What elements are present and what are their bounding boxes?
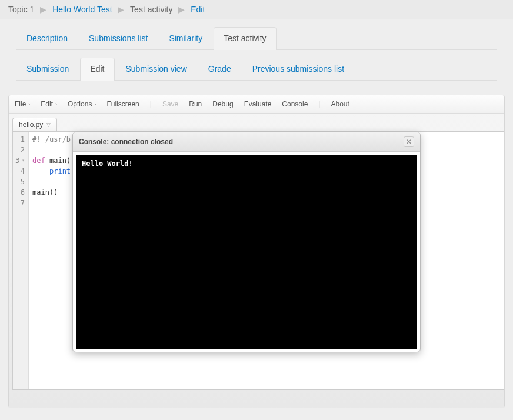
primary-tabs: Description Submissions list Similarity … [8,19,505,50]
toolbar-separator: | [150,100,152,108]
toolbar-about[interactable]: About [331,100,349,108]
subtab-edit[interactable]: Edit [80,58,114,81]
file-tab[interactable]: hello.py ▽ [12,118,57,131]
subtab-submission[interactable]: Submission [16,58,79,81]
console-title-text: Console: connection closed [79,138,173,146]
triangle-down-icon[interactable]: ▽ [46,122,51,128]
console-titlebar[interactable]: Console: connection closed ✕ [73,132,420,152]
toolbar-fullscreen[interactable]: Fullscreen [106,100,139,108]
console-output[interactable]: Hello World! [76,155,417,349]
breadcrumb-separator-icon: ▶ [40,5,46,14]
toolbar-debug[interactable]: Debug [212,100,233,108]
subtab-submission-view[interactable]: Submission view [116,58,197,81]
tab-similarity[interactable]: Similarity [159,27,212,50]
toolbar-save: Save [162,100,178,108]
editor-toolbar: File› Edit› Options› Fullscreen | Save R… [9,95,504,114]
code-body[interactable]: #! /usr/b def main( print main() [29,132,74,389]
toolbar-edit[interactable]: Edit› [41,100,57,108]
fold-icon[interactable]: ▾ [22,155,25,166]
subtab-grade[interactable]: Grade [198,58,241,81]
breadcrumb: Topic 1 ▶ Hello World Test ▶ Test activi… [0,0,513,19]
toolbar-run[interactable]: Run [189,100,202,108]
breadcrumb-separator-icon: ▶ [118,5,124,14]
tab-test-activity[interactable]: Test activity [214,27,276,50]
breadcrumb-item[interactable]: Edit [191,5,205,14]
chevron-right-icon: › [28,101,30,107]
breadcrumb-separator-icon: ▶ [178,5,185,14]
console-window: Console: connection closed ✕ Hello World… [72,132,421,352]
toolbar-console[interactable]: Console [282,100,308,108]
tab-description[interactable]: Description [16,27,78,50]
secondary-tabs: Submission Edit Submission view Grade Pr… [8,50,505,81]
breadcrumb-item[interactable]: Hello World Test [52,5,112,14]
close-icon[interactable]: ✕ [404,136,414,147]
editor-area: hello.py ▽ 1 2 3▾ 4 5 6 7 #! /usr/b def … [9,114,504,408]
breadcrumb-item: Topic 1 [8,5,34,14]
toolbar-file[interactable]: File› [15,100,30,108]
toolbar-separator: | [318,100,320,108]
breadcrumb-item: Test activity [130,5,172,14]
toolbar-evaluate[interactable]: Evaluate [244,100,272,108]
toolbar-options[interactable]: Options› [68,100,96,108]
subtab-previous-submissions[interactable]: Previous submissions list [242,58,354,81]
chevron-right-icon: › [94,101,96,107]
file-tab-label: hello.py [19,121,43,129]
tab-submissions-list[interactable]: Submissions list [79,27,158,50]
chevron-right-icon: › [55,101,57,107]
gutter: 1 2 3▾ 4 5 6 7 [13,132,29,389]
